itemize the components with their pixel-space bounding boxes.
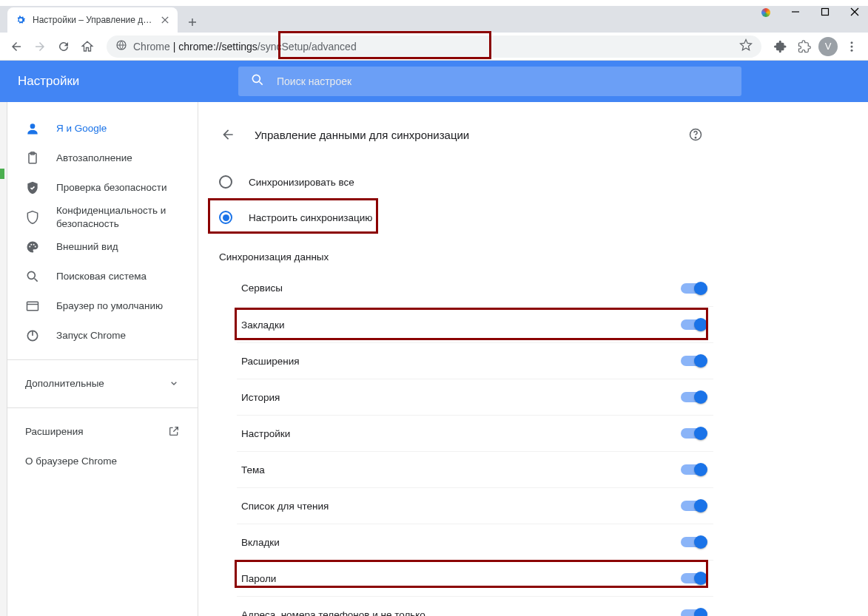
toggle-switch[interactable] — [681, 319, 706, 330]
toggle-row-addresses: Адреса, номера телефонов и не только — [237, 596, 713, 616]
site-info-icon[interactable] — [115, 39, 127, 53]
radio-sync-custom[interactable]: Настроить синхронизацию — [210, 200, 713, 235]
toggle-switch[interactable] — [681, 501, 706, 511]
toggle-switch[interactable] — [681, 537, 706, 547]
sidebar-item-appearance[interactable]: Внешний вид — [7, 232, 198, 262]
toggle-label: Пароли — [241, 573, 276, 584]
search-input[interactable] — [277, 75, 730, 87]
toggle-label: Расширения — [241, 356, 300, 367]
toggle-switch[interactable] — [681, 573, 706, 583]
sidebar-item-on-startup[interactable]: Запуск Chrome — [7, 321, 198, 351]
svg-point-12 — [252, 75, 260, 82]
radio-icon — [219, 175, 232, 189]
highlight-passwords — [235, 560, 708, 588]
address-bar[interactable]: Chrome | chrome://settings/syncSetup/adv… — [107, 35, 761, 58]
chevron-down-icon — [168, 377, 180, 391]
toggle-switch[interactable] — [681, 392, 706, 402]
toggle-label: Адреса, номера телефонов и не только — [241, 609, 425, 617]
close-tab-button[interactable] — [160, 15, 170, 25]
settings-search[interactable] — [238, 67, 741, 96]
sidebar-item-you-and-google[interactable]: Я и Google — [7, 114, 198, 143]
svg-point-11 — [851, 49, 853, 51]
profile-avatar[interactable]: V — [818, 36, 838, 57]
toggle-label: Сервисы — [241, 282, 283, 294]
extensions-icon[interactable] — [770, 36, 791, 57]
toggle-row-theme: Тема — [237, 451, 713, 487]
new-tab-button[interactable] — [182, 12, 203, 33]
settings-header: Настройки — [0, 61, 868, 102]
sidebar-item-search-engine[interactable]: Поисковая система — [7, 262, 198, 291]
reload-button[interactable] — [53, 36, 74, 57]
radio-label: Синхронизировать все — [249, 177, 354, 188]
toggle-switch[interactable] — [681, 283, 706, 294]
sidebar-item-autofill[interactable]: Автозаполнение — [7, 143, 198, 173]
sidebar-item-extensions[interactable]: Расширения — [7, 417, 198, 447]
toggle-label: Тема — [241, 464, 265, 475]
svg-rect-23 — [27, 302, 38, 311]
search-icon — [25, 269, 40, 284]
highlight-bookmarks — [235, 308, 708, 340]
toggle-switch[interactable] — [681, 428, 706, 439]
svg-line-22 — [35, 279, 38, 282]
puzzle-icon[interactable] — [794, 36, 815, 57]
svg-point-21 — [27, 271, 35, 279]
home-button[interactable] — [77, 36, 98, 57]
help-button[interactable] — [684, 123, 707, 146]
settings-app-title: Настройки — [0, 74, 238, 89]
radio-label: Настроить синхронизацию — [249, 212, 372, 223]
radio-icon — [219, 211, 232, 224]
toggle-row-services: Сервисы — [237, 270, 713, 306]
external-link-icon — [168, 425, 180, 439]
svg-point-19 — [33, 244, 35, 246]
close-window-button[interactable] — [850, 6, 859, 19]
sidebar-item-about[interactable]: О браузере Chrome — [7, 447, 198, 476]
gear-icon — [15, 14, 27, 26]
toggle-label: История — [241, 392, 280, 403]
svg-rect-1 — [822, 9, 829, 16]
sidebar-item-advanced[interactable]: Дополнительные — [7, 369, 198, 399]
sidebar-item-default-browser[interactable]: Браузер по умолчанию — [7, 291, 198, 321]
toggle-row-tabs: Вкладки — [237, 524, 713, 560]
settings-content: Управление данными для синхронизации Син… — [198, 102, 868, 616]
palette-icon — [25, 240, 40, 254]
power-icon — [25, 328, 40, 343]
toggle-switch[interactable] — [681, 464, 706, 475]
browser-toolbar: Chrome | chrome://settings/syncSetup/adv… — [0, 33, 868, 61]
tab-title: Настройки – Управление данн — [33, 15, 154, 25]
toggle-row-extensions: Расширения — [237, 342, 713, 379]
radio-sync-all[interactable]: Синхронизировать все — [210, 164, 713, 200]
sync-data-title: Синхронизация данных — [210, 235, 713, 270]
svg-line-13 — [260, 82, 263, 85]
svg-point-10 — [851, 45, 853, 47]
svg-point-17 — [29, 246, 30, 248]
toggle-label: Настройки — [241, 428, 290, 439]
svg-point-9 — [851, 41, 853, 44]
person-icon — [25, 121, 40, 136]
section-title: Управление данными для синхронизации — [255, 129, 669, 141]
sidebar-item-safety-check[interactable]: Проверка безопасности — [7, 173, 198, 203]
tab-strip: Настройки – Управление данн — [0, 6, 868, 33]
sidebar-item-privacy[interactable]: Конфиденциальность и безопасность — [7, 203, 198, 232]
bookmark-star-icon[interactable] — [739, 38, 753, 54]
toggle-row-reading-list: Список для чтения — [237, 487, 713, 524]
svg-point-14 — [30, 123, 36, 129]
toggle-row-settings: Настройки — [237, 415, 713, 451]
shield-check-icon — [25, 180, 40, 195]
back-button[interactable] — [6, 36, 27, 57]
shield-icon — [25, 210, 40, 225]
toggle-switch[interactable] — [681, 356, 706, 366]
menu-button[interactable] — [841, 36, 862, 57]
toggle-switch[interactable] — [681, 609, 706, 616]
maximize-button[interactable] — [821, 6, 830, 19]
section-back-button[interactable] — [216, 123, 240, 146]
browser-tab-settings[interactable]: Настройки – Управление данн — [7, 7, 178, 33]
toggle-row-passwords: Пароли — [237, 560, 713, 596]
toggle-row-bookmarks: Закладки — [237, 306, 713, 342]
window-controls — [761, 6, 859, 19]
search-icon — [250, 72, 265, 90]
forward-button[interactable] — [30, 36, 50, 57]
svg-point-28 — [695, 138, 696, 138]
toggle-label: Вкладки — [241, 537, 280, 548]
minimize-button[interactable] — [791, 6, 800, 19]
svg-point-20 — [35, 246, 36, 248]
